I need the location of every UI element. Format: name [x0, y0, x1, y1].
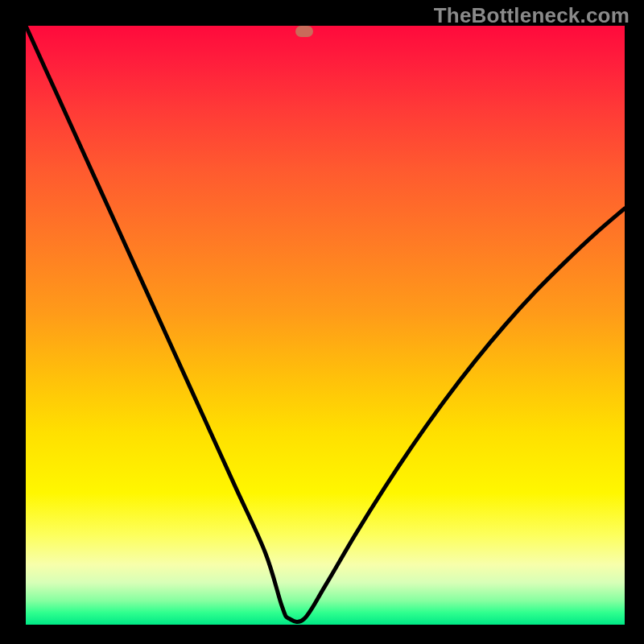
watermark: TheBottleneck.com [434, 3, 630, 28]
optimal-marker [295, 26, 313, 37]
chart-container: TheBottleneck.com [0, 0, 644, 644]
plot-area [26, 26, 625, 625]
bottleneck-curve [26, 26, 625, 625]
curve-path [26, 26, 625, 622]
